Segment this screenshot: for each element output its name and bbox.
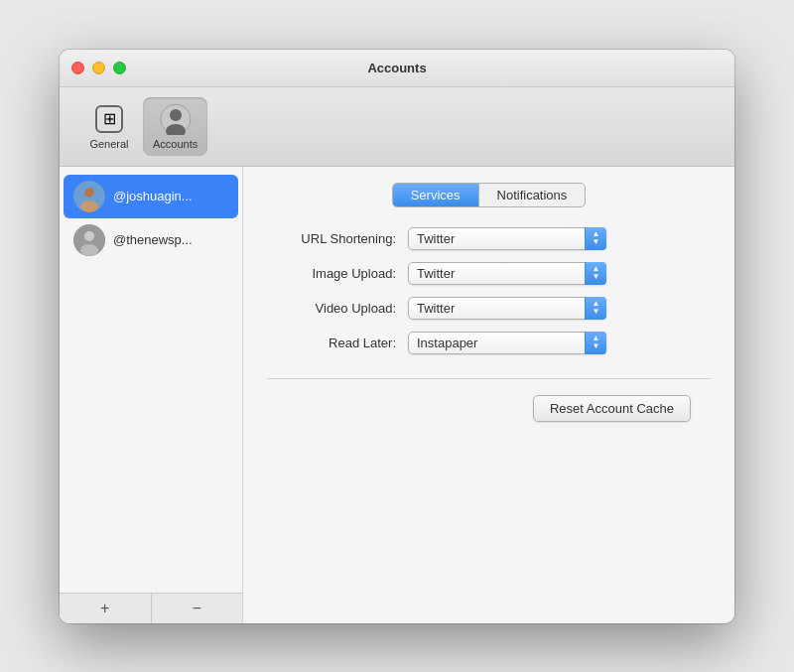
svg-point-5	[80, 201, 98, 212]
image-upload-select[interactable]: Twitter	[408, 262, 606, 285]
avatar-user2	[73, 224, 105, 256]
video-upload-select[interactable]: Twitter	[408, 297, 606, 320]
toolbar-item-accounts[interactable]: Accounts	[143, 97, 207, 156]
content-area: @joshuagin... @thenewsp... +	[60, 167, 734, 623]
image-upload-select-wrapper: Twitter ▲ ▼	[408, 262, 606, 285]
add-account-button[interactable]: +	[60, 594, 151, 623]
form-divider	[267, 378, 711, 379]
url-shortening-select-wrapper: Twitter ▲ ▼	[408, 227, 606, 250]
segmented-control: Services Notifications	[267, 183, 711, 207]
titlebar: Accounts	[60, 50, 734, 87]
main-panel: Services Notifications URL Shortening: T…	[243, 167, 734, 623]
toolbar: ⊞ General Accounts	[60, 87, 734, 167]
svg-point-8	[80, 244, 98, 256]
account-list: @joshuagin... @thenewsp...	[60, 167, 242, 593]
image-upload-label: Image Upload:	[267, 266, 396, 281]
read-later-row: Read Later: Instapaper ▲ ▼	[267, 332, 711, 354]
maximize-button[interactable]	[113, 62, 126, 74]
main-window: Accounts ⊞ General Accounts	[60, 50, 734, 623]
reset-btn-row: Reset Account Cache	[267, 395, 711, 422]
read-later-select-wrapper: Instapaper ▲ ▼	[408, 332, 606, 354]
video-upload-row: Video Upload: Twitter ▲ ▼	[267, 297, 711, 320]
services-form: URL Shortening: Twitter ▲ ▼ Image Upload…	[267, 227, 711, 354]
segmented-control-inner: Services Notifications	[392, 183, 587, 207]
avatar-user1	[73, 181, 105, 212]
svg-point-4	[84, 188, 94, 198]
url-shortening-row: URL Shortening: Twitter ▲ ▼	[267, 227, 711, 250]
sidebar-footer: + −	[60, 593, 242, 623]
window-controls	[71, 62, 126, 74]
sidebar-item-user2[interactable]: @thenewsp...	[64, 218, 238, 262]
sidebar-item-user1[interactable]: @joshuagin...	[64, 175, 238, 218]
toolbar-item-accounts-label: Accounts	[153, 138, 198, 150]
tab-services[interactable]: Services	[393, 184, 478, 206]
toolbar-item-general-label: General	[89, 138, 128, 150]
svg-point-1	[170, 109, 182, 121]
sidebar: @joshuagin... @thenewsp... +	[60, 167, 243, 623]
general-icon: ⊞	[93, 103, 125, 135]
close-button[interactable]	[71, 62, 84, 74]
tab-notifications[interactable]: Notifications	[479, 184, 586, 206]
video-upload-select-wrapper: Twitter ▲ ▼	[408, 297, 606, 320]
toolbar-item-general[interactable]: ⊞ General	[79, 97, 139, 156]
read-later-label: Read Later:	[267, 336, 396, 350]
minimize-button[interactable]	[92, 62, 105, 74]
sidebar-item-user1-name: @joshuagin...	[113, 189, 193, 203]
read-later-select[interactable]: Instapaper	[408, 332, 606, 354]
video-upload-label: Video Upload:	[267, 301, 396, 316]
url-shortening-select[interactable]: Twitter	[408, 227, 606, 250]
accounts-icon	[160, 103, 192, 135]
window-title: Accounts	[367, 61, 426, 75]
reset-account-cache-button[interactable]: Reset Account Cache	[533, 395, 691, 422]
remove-account-button[interactable]: −	[152, 594, 243, 623]
sidebar-item-user2-name: @thenewsp...	[113, 232, 193, 247]
image-upload-row: Image Upload: Twitter ▲ ▼	[267, 262, 711, 285]
url-shortening-label: URL Shortening:	[267, 231, 396, 246]
svg-point-7	[84, 231, 94, 241]
